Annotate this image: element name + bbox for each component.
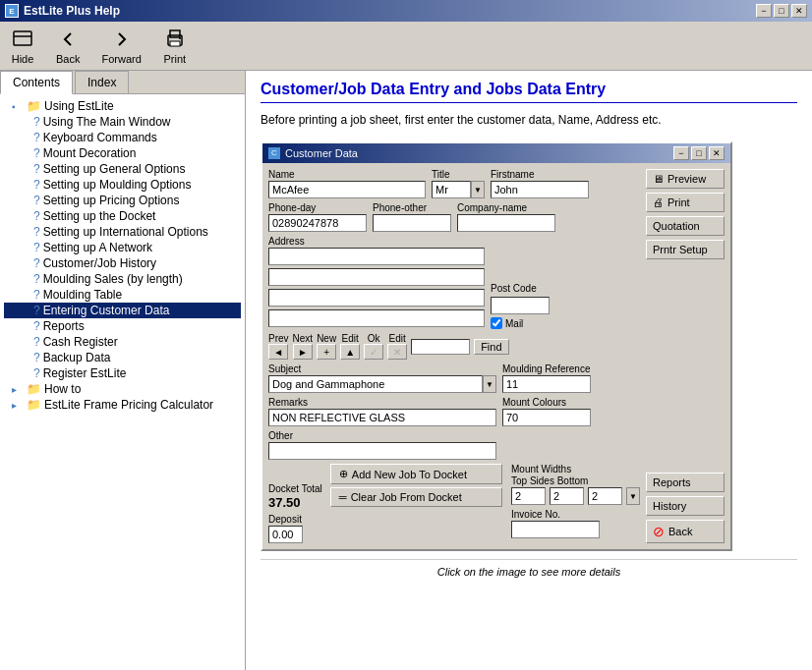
moulding-ref-input[interactable] bbox=[502, 375, 591, 393]
tree-label: Using The Main Window bbox=[43, 115, 171, 129]
ok-button[interactable]: ✓ bbox=[364, 344, 383, 360]
maximize-button[interactable]: □ bbox=[774, 4, 789, 18]
moulding-ref-label: Moulding Reference bbox=[502, 363, 591, 374]
print-button[interactable]: Print bbox=[157, 26, 193, 67]
next-nav-label: Next bbox=[293, 333, 314, 344]
next-button[interactable]: ► bbox=[293, 344, 313, 360]
left-panel: Contents Index ▪ 📁 Using EstLite ? Using… bbox=[0, 71, 246, 670]
back-icon bbox=[56, 28, 80, 51]
help-icon: ? bbox=[33, 241, 40, 254]
back-dialog-button[interactable]: ⊘ Back bbox=[646, 520, 725, 543]
dialog-maximize[interactable]: □ bbox=[691, 146, 707, 160]
tree-label: Setting up the Docket bbox=[43, 209, 156, 223]
tree-item-keyboard[interactable]: ? Keyboard Commands bbox=[4, 130, 241, 145]
tree-node-calculator[interactable]: ▸ 📁 EstLite Frame Pricing Calculator bbox=[4, 397, 241, 413]
new-button[interactable]: + bbox=[317, 344, 336, 360]
tab-contents[interactable]: Contents bbox=[0, 71, 73, 94]
dialog-close[interactable]: ✕ bbox=[709, 146, 725, 160]
post-code-label: Post Code bbox=[491, 283, 550, 294]
tree-area: ▪ 📁 Using EstLite ? Using The Main Windo… bbox=[0, 94, 245, 670]
hide-label: Hide bbox=[12, 53, 34, 65]
tree-item-reports[interactable]: ? Reports bbox=[4, 318, 241, 334]
company-input[interactable] bbox=[457, 214, 555, 232]
edit2-button[interactable]: ✕ bbox=[387, 344, 407, 360]
tree-node-how-to[interactable]: ▸ 📁 How to bbox=[4, 381, 241, 397]
folder-icon: 📁 bbox=[27, 99, 41, 113]
tree-item-international[interactable]: ? Setting up International Options bbox=[4, 224, 241, 240]
tree-label: Setting up General Options bbox=[43, 162, 186, 176]
tab-index[interactable]: Index bbox=[75, 71, 129, 93]
edit-button[interactable]: ▲ bbox=[340, 344, 360, 360]
tree-item-moulding-options[interactable]: ? Setting up Moulding Options bbox=[4, 177, 241, 193]
subject-dropdown-btn[interactable]: ▼ bbox=[483, 375, 496, 393]
window-controls: − □ ✕ bbox=[756, 4, 807, 18]
post-code-input[interactable] bbox=[491, 297, 550, 314]
tree-item-pricing-options[interactable]: ? Setting up Pricing Options bbox=[4, 193, 241, 208]
moulding-ref-group: Moulding Reference bbox=[502, 363, 591, 393]
title-input[interactable] bbox=[432, 181, 471, 198]
deposit-input[interactable] bbox=[268, 526, 303, 543]
tree-item-mount-decoration[interactable]: ? Mount Decoration bbox=[4, 145, 241, 161]
tree-node-using-estlite[interactable]: ▪ 📁 Using EstLite bbox=[4, 98, 241, 114]
tree-item-cash-register[interactable]: ? Cash Register bbox=[4, 334, 241, 350]
tree-item-main-window[interactable]: ? Using The Main Window bbox=[4, 114, 241, 130]
remarks-input[interactable] bbox=[268, 409, 496, 426]
other-input[interactable] bbox=[268, 442, 496, 460]
find-button[interactable]: Find bbox=[474, 339, 508, 355]
print-dialog-button[interactable]: 🖨 Print bbox=[646, 193, 725, 212]
reports-button[interactable]: Reports bbox=[646, 473, 725, 492]
find-input[interactable] bbox=[411, 339, 470, 355]
subject-input[interactable] bbox=[268, 375, 483, 393]
mount-colours-input[interactable] bbox=[502, 409, 591, 426]
tree-item-network[interactable]: ? Setting up A Network bbox=[4, 240, 241, 255]
name-row: Name Title ▼ Firstname bbox=[268, 169, 640, 198]
address-line4-input[interactable] bbox=[268, 309, 485, 327]
add-job-button[interactable]: ⊕ Add New Job To Docket bbox=[330, 464, 502, 484]
ok-nav-label: Ok bbox=[368, 333, 380, 344]
invoice-no-input[interactable] bbox=[511, 521, 600, 538]
address-line2-input[interactable] bbox=[268, 268, 485, 286]
tree-item-customer-data[interactable]: ? Entering Customer Data bbox=[4, 303, 241, 318]
mount-dropdown-btn[interactable]: ▼ bbox=[626, 487, 640, 505]
mount-colours-group: Mount Colours bbox=[502, 397, 591, 426]
preview-label: Preview bbox=[667, 173, 706, 185]
mail-checkbox[interactable] bbox=[491, 317, 502, 329]
tree-item-backup[interactable]: ? Backup Data bbox=[4, 350, 241, 365]
top-input[interactable] bbox=[511, 487, 546, 505]
prntr-setup-button[interactable]: Prntr Setup bbox=[646, 240, 725, 259]
tree-item-general-options[interactable]: ? Setting up General Options bbox=[4, 161, 241, 177]
phone-day-input[interactable] bbox=[268, 214, 367, 232]
hide-button[interactable]: Hide bbox=[5, 26, 40, 67]
address-line1-input[interactable] bbox=[268, 248, 485, 265]
tree-item-moulding-table[interactable]: ? Moulding Table bbox=[4, 287, 241, 303]
name-input[interactable] bbox=[268, 181, 426, 198]
help-icon: ? bbox=[33, 131, 40, 144]
phone-other-input[interactable] bbox=[373, 214, 451, 232]
dialog-minimize[interactable]: − bbox=[673, 146, 689, 160]
customer-data-dialog: C Customer Data − □ ✕ Name bbox=[261, 141, 732, 551]
dialog-sidebar: 🖥 Preview 🖨 Print Quotation Prntr Setup bbox=[646, 169, 725, 543]
docket-total-value: 37.50 bbox=[268, 495, 322, 510]
history-button[interactable]: History bbox=[646, 496, 725, 516]
tree-item-docket[interactable]: ? Setting up the Docket bbox=[4, 208, 241, 224]
sides-input[interactable] bbox=[550, 487, 584, 505]
address-line3-input[interactable] bbox=[268, 289, 485, 307]
bottom-input[interactable] bbox=[588, 487, 622, 505]
title-dropdown-btn[interactable]: ▼ bbox=[471, 181, 485, 198]
tree-item-moulding-sales[interactable]: ? Moulding Sales (by length) bbox=[4, 271, 241, 287]
forward-button[interactable]: Forward bbox=[95, 26, 146, 67]
preview-icon: 🖥 bbox=[653, 173, 664, 185]
tree-item-job-history[interactable]: ? Customer/Job History bbox=[4, 255, 241, 271]
back-button[interactable]: Back bbox=[50, 26, 86, 67]
minimize-button[interactable]: − bbox=[756, 4, 772, 18]
close-button[interactable]: ✕ bbox=[791, 4, 807, 18]
add-job-icon: ⊕ bbox=[339, 468, 348, 480]
tree-item-register[interactable]: ? Register EstLite bbox=[4, 365, 241, 381]
clear-job-button[interactable]: ═ Clear Job From Docket bbox=[330, 487, 502, 507]
mount-widths-group: Mount Widths Top Sides Bottom ▼ bbox=[511, 464, 640, 505]
phone-day-group: Phone-day bbox=[268, 202, 367, 232]
quotation-button[interactable]: Quotation bbox=[646, 216, 725, 236]
preview-button[interactable]: 🖥 Preview bbox=[646, 169, 725, 189]
prev-button[interactable]: ◄ bbox=[268, 344, 288, 360]
firstname-input[interactable] bbox=[491, 181, 589, 198]
